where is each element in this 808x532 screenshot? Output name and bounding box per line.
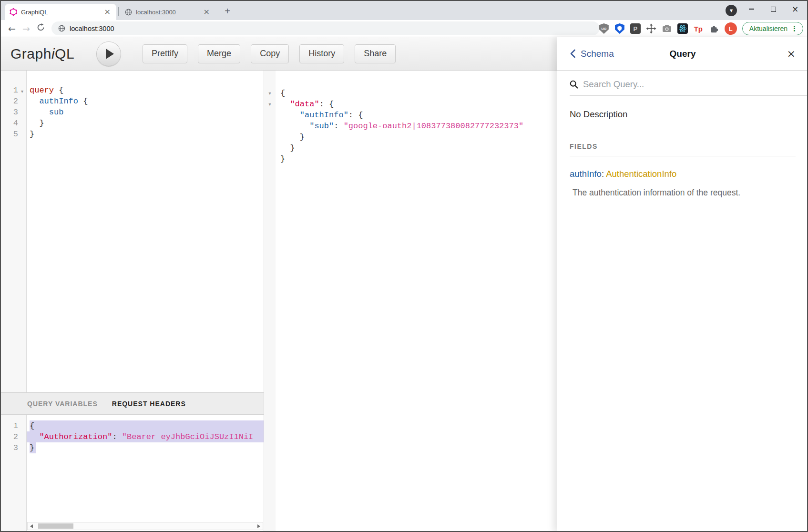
code-line[interactable]: "Authorization": "Bearer eyJhbGciOiJSUzI… (27, 431, 264, 442)
code-line[interactable]: { (27, 420, 264, 431)
response-viewer[interactable]: ▾▾ { "data": { "authInfo": { "sub": "goo… (264, 71, 557, 532)
line-number: 5 (0, 129, 18, 140)
code-line[interactable]: authInfo { (27, 96, 264, 107)
scroll-left-icon[interactable] (28, 522, 35, 530)
maximize-button[interactable] (762, 0, 784, 18)
fields-heading: FIELDS (570, 143, 796, 156)
doc-back-label: Schema (581, 49, 614, 59)
close-icon: × (792, 5, 798, 13)
share-button[interactable]: Share (355, 44, 396, 63)
graphiql-favicon-icon (10, 8, 17, 16)
minimize-button[interactable] (740, 0, 762, 18)
code-line[interactable]: } (276, 153, 557, 164)
line-number: 3 (0, 442, 18, 453)
execute-query-button[interactable] (96, 41, 121, 66)
reload-icon[interactable] (33, 23, 48, 34)
horizontal-scrollbar[interactable] (27, 522, 263, 530)
chevron-left-icon (570, 49, 576, 58)
doc-explorer: Query Schema × No Description FIELDS (557, 37, 808, 532)
toolbar-buttons: Prettify Merge Copy History Share (143, 44, 396, 63)
doc-explorer-body: No Description FIELDS authInfo: Authenti… (557, 109, 808, 198)
graphiql-app: GraphiQL Prettify Merge Copy History Sha… (0, 37, 808, 532)
bitwarden-icon[interactable] (614, 23, 625, 34)
code-line[interactable]: "data": { (276, 99, 557, 110)
close-button[interactable]: × (784, 0, 806, 18)
copy-button[interactable]: Copy (251, 44, 289, 63)
window-controls: × (740, 0, 806, 20)
doc-back-button[interactable]: Schema (570, 49, 614, 59)
code-line[interactable]: "sub": "google-oauth2|108377380082777232… (276, 121, 557, 132)
tab-close-icon[interactable]: × (203, 8, 211, 16)
tampermonkey-tp-icon[interactable]: Tp (693, 23, 704, 34)
chrome-updates-icon[interactable]: ▼ (726, 5, 737, 16)
request-headers-editor[interactable]: 123 { "Authorization": "Bearer eyJhbGciO… (0, 415, 264, 532)
field-colon: : (602, 169, 604, 179)
code-line[interactable]: } (27, 129, 264, 140)
fold-arrow-icon[interactable]: ▾ (21, 89, 23, 94)
forward-icon[interactable]: → (19, 23, 33, 34)
url-text: localhost:3000 (70, 25, 114, 32)
doc-search-input[interactable] (583, 79, 783, 90)
code-line[interactable]: { (276, 88, 557, 99)
field-name-link[interactable]: authInfo (570, 169, 602, 179)
field-description: The authentication information of the re… (570, 188, 796, 198)
query-editor-code[interactable]: query { authInfo { sub }} (27, 71, 264, 392)
update-button-label: Aktualisieren (749, 25, 788, 32)
code-line[interactable]: } (276, 132, 557, 143)
browser-menu-dots-icon[interactable]: ⋮ (791, 24, 798, 33)
profile-avatar[interactable]: L (725, 22, 737, 35)
prettify-button[interactable]: Prettify (143, 44, 187, 63)
line-number: 3 (0, 107, 18, 118)
headers-editor-gutter: 123 (0, 415, 27, 532)
merge-button[interactable]: Merge (198, 44, 240, 63)
code-line[interactable]: } (276, 143, 557, 153)
search-icon (570, 80, 578, 89)
line-number: 2 (0, 431, 18, 442)
extension-p-icon[interactable]: P (630, 23, 641, 34)
browser-tab-strip: GraphiQL × localhost:3000 × + ▼ × (0, 0, 808, 20)
line-number: 2 (0, 96, 18, 107)
tab-graphiql[interactable]: GraphiQL × (5, 4, 116, 20)
line-number: 1 (0, 85, 18, 96)
scroll-right-icon[interactable] (255, 522, 263, 530)
camera-icon[interactable] (662, 23, 672, 34)
tab-title: localhost:3000 (136, 9, 203, 16)
code-line[interactable]: query { (27, 85, 264, 96)
play-icon (106, 49, 114, 59)
new-tab-button[interactable]: + (221, 5, 234, 17)
globe-icon (125, 9, 132, 16)
field-type-link[interactable]: AuthenticationInfo (606, 169, 676, 179)
tab-request-headers[interactable]: REQUEST HEADERS (112, 400, 186, 408)
graphiql-toolbar: GraphiQL Prettify Merge Copy History Sha… (0, 37, 557, 71)
doc-close-icon[interactable]: × (787, 48, 796, 60)
extensions-puzzle-icon[interactable] (709, 23, 719, 34)
url-field[interactable]: localhost:3000 (51, 21, 600, 35)
react-devtools-icon[interactable] (677, 23, 688, 34)
fold-arrow-icon[interactable]: ▾ (268, 91, 271, 96)
code-line[interactable]: "authInfo": { (276, 110, 557, 121)
back-icon[interactable]: ← (5, 23, 19, 34)
minimize-icon (749, 9, 754, 10)
move-crosshair-icon[interactable] (646, 23, 656, 34)
site-info-globe-icon[interactable] (58, 25, 65, 32)
query-editor-gutter: 1▾2345 (0, 71, 27, 392)
headers-editor-code[interactable]: { "Authorization": "Bearer eyJhbGciOiJSU… (27, 415, 264, 532)
scrollbar-thumb[interactable] (38, 523, 73, 529)
query-editor[interactable]: 1▾2345 query { authInfo { sub }} (0, 71, 264, 392)
tab-query-variables[interactable]: QUERY VARIABLES (27, 400, 98, 408)
secondary-editor-tabs: QUERY VARIABLES REQUEST HEADERS (0, 392, 264, 415)
response-code[interactable]: { "data": { "authInfo": { "sub": "google… (276, 71, 557, 532)
tab-close-icon[interactable]: × (103, 8, 112, 16)
code-line[interactable]: sub (27, 107, 264, 118)
history-button[interactable]: History (299, 44, 344, 63)
type-description: No Description (570, 109, 796, 120)
ublock-origin-icon[interactable]: UO (599, 23, 609, 34)
tab-localhost[interactable]: localhost:3000 × (120, 4, 215, 20)
fold-arrow-icon[interactable]: ▾ (268, 102, 271, 107)
tab-divider (118, 7, 119, 16)
response-fold-gutter: ▾▾ (264, 71, 276, 532)
code-line[interactable]: } (27, 118, 264, 129)
update-browser-button[interactable]: Aktualisieren ⋮ (742, 22, 803, 35)
maximize-icon (771, 7, 776, 12)
code-line[interactable]: } (27, 442, 264, 453)
